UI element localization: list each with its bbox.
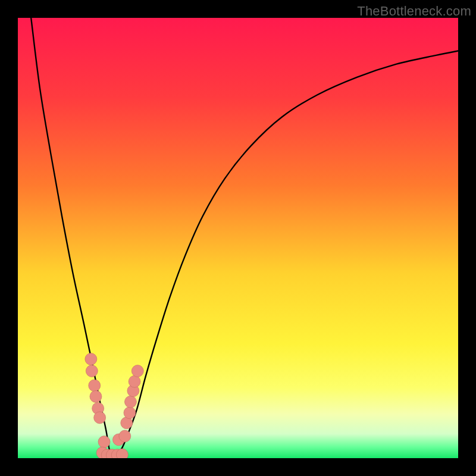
data-marker: [119, 430, 131, 442]
data-marker: [86, 365, 98, 377]
data-marker: [90, 390, 102, 402]
data-marker: [131, 365, 143, 377]
data-marker: [129, 375, 140, 387]
data-marker: [89, 380, 101, 392]
data-marker: [98, 436, 110, 448]
chart-svg: [18, 18, 458, 458]
data-marker: [124, 407, 136, 419]
outer-frame: TheBottleneck.com: [0, 0, 476, 476]
plot-area: [18, 18, 458, 458]
data-marker: [94, 412, 106, 424]
data-marker: [124, 396, 136, 408]
gradient-background: [18, 18, 458, 458]
watermark-text: TheBottleneck.com: [357, 4, 471, 19]
data-marker: [85, 353, 97, 365]
